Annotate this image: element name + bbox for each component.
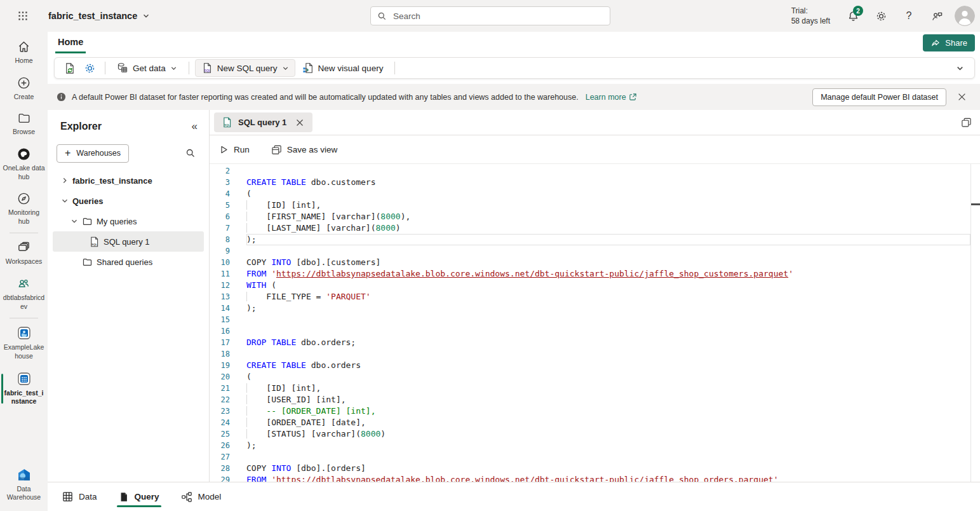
sidebar-item-label: Home: [15, 57, 32, 65]
code-line[interactable]: 28COPY INTO [dbo].[orders]: [210, 463, 970, 474]
code-line[interactable]: 8);: [210, 234, 970, 245]
chevron-right-icon[interactable]: [60, 177, 69, 184]
get-data-button[interactable]: Get data: [111, 59, 183, 77]
code-line[interactable]: 25 [STATUS] [varchar](8000): [210, 428, 970, 440]
code-line[interactable]: 23 -- [ORDER_DATE] [int],: [210, 405, 970, 417]
sidebar-item-examplelakehouse[interactable]: ExampleLakehouse: [0, 320, 48, 365]
warehouse-icon: [17, 371, 32, 386]
line-number: 22: [210, 394, 230, 405]
folder-icon: [17, 111, 31, 125]
workspaces-icon: [17, 240, 31, 255]
code-line[interactable]: 10COPY INTO [dbo].[customers]: [210, 257, 970, 268]
code-line[interactable]: 12WITH (: [210, 280, 970, 291]
line-number: 7: [210, 222, 230, 234]
view-tab-query[interactable]: Query: [119, 482, 159, 511]
copy-icon[interactable]: [961, 117, 972, 128]
data-warehouse-icon: [17, 467, 32, 482]
code-line[interactable]: 17DROP TABLE dbo.orders;: [210, 337, 970, 348]
code-line[interactable]: 13 FILE_TYPE = 'PARQUET': [210, 291, 970, 303]
sidebar-item-workspaces[interactable]: Workspaces: [0, 235, 48, 271]
code-line[interactable]: 22 [USER_ID] [int],: [210, 394, 970, 405]
explorer-search-button[interactable]: [181, 144, 200, 163]
new-visual-query-button[interactable]: New visual query: [297, 59, 389, 77]
banner-close-button[interactable]: [952, 88, 971, 107]
workspace-switcher[interactable]: fabric_test_instance: [48, 11, 150, 21]
code-line[interactable]: 5 [ID] [int],: [210, 200, 970, 211]
code-line[interactable]: 7 [LAST_NAME] [varchar](8000): [210, 222, 970, 234]
model-icon: [181, 491, 192, 503]
tree-item-fabric-test-instance[interactable]: fabric_test_instance: [53, 170, 204, 191]
explorer-title: Explorer: [60, 121, 102, 132]
line-number: 16: [210, 325, 230, 337]
add-warehouses-button[interactable]: + Warehouses: [57, 144, 129, 163]
account-avatar[interactable]: [955, 6, 975, 26]
view-tab-data[interactable]: Data: [62, 482, 97, 511]
settings-button[interactable]: [868, 3, 894, 29]
save-as-view-button[interactable]: Save as view: [271, 144, 338, 155]
tool-settings-button[interactable]: [80, 59, 99, 77]
sidebar-item-monitoring-hub[interactable]: Monitoring hub: [0, 186, 48, 231]
home-icon: [17, 39, 31, 54]
code-line[interactable]: 6 [FIRST_NAME] [varchar](8000),: [210, 211, 970, 222]
folder-sm-icon: [82, 257, 93, 268]
global-search[interactable]: [370, 6, 610, 25]
share-button[interactable]: Share: [923, 34, 975, 51]
app-launcher-button[interactable]: [11, 4, 34, 27]
sidebar-item-browse[interactable]: Browse: [0, 106, 48, 142]
feedback-button[interactable]: [924, 3, 950, 29]
code-line[interactable]: 11FROM 'https://dbtlabsynapsedatalake.bl…: [210, 268, 970, 280]
sidebar-item-home[interactable]: Home: [0, 34, 48, 71]
code-line[interactable]: 29FROM 'https://dbtlabsynapsedatalake.bl…: [210, 474, 970, 482]
code-line[interactable]: 2: [210, 165, 970, 177]
search-input[interactable]: [392, 11, 603, 22]
code-line[interactable]: 20(: [210, 371, 970, 383]
tree-item-shared-queries[interactable]: Shared queries: [53, 252, 204, 272]
notifications-button[interactable]: 2: [840, 3, 866, 29]
refresh-button[interactable]: [60, 59, 79, 77]
sidebar-item-dbtlabsfabricdev[interactable]: dbtlabsfabricdev: [0, 271, 48, 316]
chevron-down-icon[interactable]: [60, 197, 69, 205]
help-button[interactable]: ?: [896, 3, 922, 29]
tree-item-sql-query-1[interactable]: SQLSQL query 1: [53, 231, 204, 252]
new-sql-query-button[interactable]: SQL New SQL query: [195, 59, 295, 77]
code-line[interactable]: 9: [210, 245, 970, 257]
tree-item-my-queries[interactable]: My queries: [53, 211, 204, 231]
run-button[interactable]: Run: [219, 145, 250, 154]
sidebar-item-data-warehouse[interactable]: Data Warehouse: [0, 462, 48, 507]
view-tab-model[interactable]: Model: [181, 482, 222, 511]
top-bar-actions: Trial: 58 days left 2 ?: [791, 0, 975, 32]
code-line[interactable]: 14);: [210, 303, 970, 314]
sidebar-item-create[interactable]: Create: [0, 71, 48, 107]
tree-item-queries[interactable]: Queries: [53, 191, 204, 211]
ribbon-collapse-button[interactable]: [950, 59, 969, 77]
code-line[interactable]: 26);: [210, 440, 970, 451]
code-line[interactable]: 15: [210, 314, 970, 325]
code-line[interactable]: 3CREATE TABLE dbo.customers: [210, 177, 970, 188]
scroll-position-marker: [971, 203, 980, 205]
code-line[interactable]: 4(: [210, 188, 970, 200]
chevron-down-icon[interactable]: [70, 217, 78, 225]
code-line[interactable]: 21 [ID] [int],: [210, 383, 970, 394]
tab-home[interactable]: Home: [55, 32, 86, 53]
sidebar-item-label: ExampleLakehouse: [3, 343, 46, 360]
code-line[interactable]: 27: [210, 451, 970, 463]
line-number: 29: [210, 474, 230, 482]
line-number: 15: [210, 314, 230, 325]
workspace-name: fabric_test_instance: [48, 11, 137, 21]
tree-item-label: SQL query 1: [104, 237, 150, 247]
collapse-panel-button[interactable]: «: [189, 119, 200, 134]
close-tab-button[interactable]: [295, 118, 305, 128]
svg-text:SQL: SQL: [224, 123, 230, 126]
code-line[interactable]: 18: [210, 348, 970, 360]
learn-more-link[interactable]: Learn more: [586, 93, 637, 102]
code-line[interactable]: 24 [ORDER_DATE] [date],: [210, 417, 970, 428]
code-line[interactable]: 19CREATE TABLE dbo.orders: [210, 360, 970, 371]
manage-default-dataset-button[interactable]: Manage default Power BI dataset: [812, 88, 946, 106]
plus-circle-icon: [17, 76, 31, 90]
sidebar-item-onelake-data-hub[interactable]: OneLake data hub: [0, 142, 48, 186]
sql-code-editor[interactable]: 23CREATE TABLE dbo.customers4(5 [ID] [in…: [210, 164, 980, 482]
overview-ruler[interactable]: [970, 164, 980, 482]
code-line[interactable]: 16: [210, 325, 970, 337]
sidebar-item-fabric-test-instance[interactable]: fabric_test_instance: [0, 366, 48, 411]
query-tab[interactable]: SQL SQL query 1: [214, 112, 312, 132]
